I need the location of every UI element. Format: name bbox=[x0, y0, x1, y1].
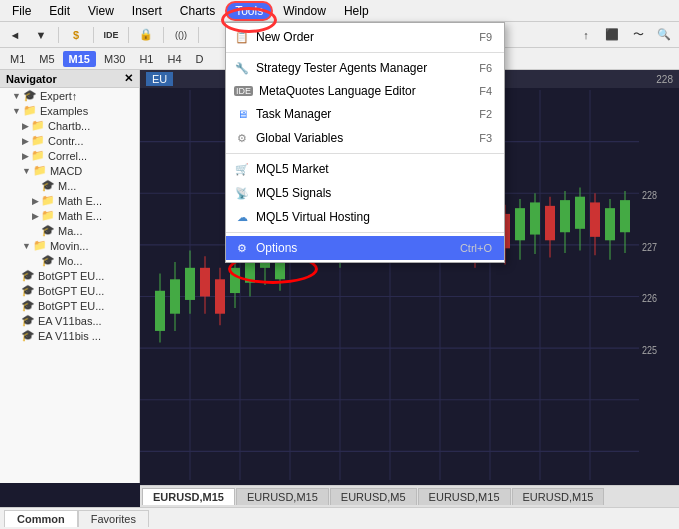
new-order-icon: 📋 bbox=[234, 29, 250, 45]
status-tab-favorites[interactable]: Favorites bbox=[78, 510, 149, 527]
navigator-title: Navigator bbox=[6, 73, 57, 85]
mql5-market-label: MQL5 Market bbox=[256, 162, 329, 176]
svg-rect-78 bbox=[605, 208, 615, 240]
menu-mql-editor[interactable]: IDE MetaQuotes Language Editor F4 bbox=[226, 80, 504, 102]
chart-tab-0[interactable]: EURUSD,M15 bbox=[142, 488, 235, 505]
toolbar-arrow-up[interactable]: ↑ bbox=[575, 25, 597, 45]
toolbar-signal[interactable]: (()) bbox=[170, 25, 192, 45]
nav-item-contr[interactable]: ▶ 📁 Contr... bbox=[0, 133, 139, 148]
sep4 bbox=[163, 27, 164, 43]
menu-options[interactable]: ⚙ Options Ctrl+O bbox=[226, 236, 504, 260]
menu-tools[interactable]: Tools bbox=[225, 1, 273, 21]
chart-tabs: EURUSD,M15 EURUSD,M15 EURUSD,M5 EURUSD,M… bbox=[140, 485, 679, 507]
toolbar-zoom[interactable]: 🔍 bbox=[653, 25, 675, 45]
toolbar-dropdown[interactable]: ▼ bbox=[30, 25, 52, 45]
period-m15[interactable]: M15 bbox=[63, 51, 96, 67]
nav-item-correl[interactable]: ▶ 📁 Correl... bbox=[0, 148, 139, 163]
status-bar: Common Favorites bbox=[0, 507, 679, 529]
period-d[interactable]: D bbox=[190, 51, 210, 67]
svg-text:228: 228 bbox=[642, 189, 657, 201]
svg-rect-28 bbox=[230, 268, 240, 293]
nav-item-ma[interactable]: ▶ 🎓 Ma... bbox=[0, 223, 139, 238]
svg-rect-72 bbox=[560, 200, 570, 232]
nav-item-chartb[interactable]: ▶ 📁 Chartb... bbox=[0, 118, 139, 133]
toolbar-line[interactable]: 〜 bbox=[627, 25, 649, 45]
toolbar-bar-chart[interactable]: ⬛ bbox=[601, 25, 623, 45]
arrow-icon: ▼ bbox=[12, 91, 21, 101]
nav-item-eav11bis[interactable]: ▶ 🎓 EA V11bis ... bbox=[0, 328, 139, 343]
chart-title-bar: EU bbox=[146, 72, 173, 86]
strategy-tester-label: Strategy Tester Agents Manager bbox=[256, 61, 427, 75]
arrow-icon: ▶ bbox=[22, 121, 29, 131]
chart-tab-4[interactable]: EURUSD,M15 bbox=[512, 488, 605, 505]
options-icon: ⚙ bbox=[234, 240, 250, 256]
arrow-icon: ▶ bbox=[32, 211, 39, 221]
navigator-header: Navigator ✕ bbox=[0, 70, 139, 88]
task-manager-icon: 🖥 bbox=[234, 106, 250, 122]
mql-editor-shortcut: F4 bbox=[479, 85, 492, 97]
menu-view[interactable]: View bbox=[80, 2, 122, 20]
menu-mql5-hosting[interactable]: ☁ MQL5 Virtual Hosting bbox=[226, 205, 504, 229]
menu-mql5-signals[interactable]: 📡 MQL5 Signals bbox=[226, 181, 504, 205]
global-variables-shortcut: F3 bbox=[479, 132, 492, 144]
menu-insert[interactable]: Insert bbox=[124, 2, 170, 20]
separator-2 bbox=[226, 153, 504, 154]
mql5-market-icon: 🛒 bbox=[234, 161, 250, 177]
sep1 bbox=[58, 27, 59, 43]
menu-task-manager[interactable]: 🖥 Task Manager F2 bbox=[226, 102, 504, 126]
menu-edit[interactable]: Edit bbox=[41, 2, 78, 20]
period-m30[interactable]: M30 bbox=[98, 51, 131, 67]
nav-item-experts[interactable]: ▼ 🎓 Expert↑ bbox=[0, 88, 139, 103]
menu-bar: File Edit View Insert Charts Tools Windo… bbox=[0, 0, 679, 22]
svg-rect-66 bbox=[515, 208, 525, 240]
menu-window[interactable]: Window bbox=[275, 2, 334, 20]
toolbar-lock[interactable]: 🔒 bbox=[135, 25, 157, 45]
arrow-icon: ▶ bbox=[22, 151, 29, 161]
period-h4[interactable]: H4 bbox=[161, 51, 187, 67]
nav-item-botgpt1[interactable]: ▶ 🎓 BotGPT EU... bbox=[0, 268, 139, 283]
navigator-close[interactable]: ✕ bbox=[124, 72, 133, 85]
chart-price-label: 228 bbox=[656, 74, 673, 85]
menu-new-order[interactable]: 📋 New Order F9 bbox=[226, 25, 504, 49]
toolbar-back[interactable]: ◄ bbox=[4, 25, 26, 45]
svg-rect-76 bbox=[590, 202, 600, 236]
strategy-tester-shortcut: F6 bbox=[479, 62, 492, 74]
period-h1[interactable]: H1 bbox=[133, 51, 159, 67]
menu-file[interactable]: File bbox=[4, 2, 39, 20]
chart-tab-1[interactable]: EURUSD,M15 bbox=[236, 488, 329, 505]
menu-mql5-market[interactable]: 🛒 MQL5 Market bbox=[226, 157, 504, 181]
menu-charts[interactable]: Charts bbox=[172, 2, 223, 20]
new-order-shortcut: F9 bbox=[479, 31, 492, 43]
task-manager-label: Task Manager bbox=[256, 107, 331, 121]
nav-item-movin[interactable]: ▼ 📁 Movin... bbox=[0, 238, 139, 253]
nav-item-mathe1[interactable]: ▶ 📁 Math E... bbox=[0, 193, 139, 208]
chart-tab-3[interactable]: EURUSD,M15 bbox=[418, 488, 511, 505]
nav-item-botgpt2[interactable]: ▶ 🎓 BotGPT EU... bbox=[0, 283, 139, 298]
nav-item-botgpt3[interactable]: ▶ 🎓 BotGPT EU... bbox=[0, 298, 139, 313]
nav-item-eav11bas[interactable]: ▶ 🎓 EA V11bas... bbox=[0, 313, 139, 328]
nav-item-mo[interactable]: ▶ 🎓 Mo... bbox=[0, 253, 139, 268]
nav-item-macd[interactable]: ▼ 📁 MACD bbox=[0, 163, 139, 178]
svg-rect-70 bbox=[545, 206, 555, 240]
task-manager-shortcut: F2 bbox=[479, 108, 492, 120]
svg-rect-80 bbox=[620, 200, 630, 232]
svg-rect-24 bbox=[200, 268, 210, 297]
ide-badge: IDE bbox=[234, 86, 253, 96]
new-order-label: New Order bbox=[256, 30, 314, 44]
menu-strategy-tester[interactable]: 🔧 Strategy Tester Agents Manager F6 bbox=[226, 56, 504, 80]
svg-rect-26 bbox=[215, 279, 225, 313]
menu-global-variables[interactable]: ⚙ Global Variables F3 bbox=[226, 126, 504, 150]
status-tab-common[interactable]: Common bbox=[4, 510, 78, 527]
period-m5[interactable]: M5 bbox=[33, 51, 60, 67]
nav-item-m1[interactable]: ▶ 🎓 M... bbox=[0, 178, 139, 193]
nav-item-mathe2[interactable]: ▶ 📁 Math E... bbox=[0, 208, 139, 223]
period-m1[interactable]: M1 bbox=[4, 51, 31, 67]
chart-tab-2[interactable]: EURUSD,M5 bbox=[330, 488, 417, 505]
nav-item-examples[interactable]: ▼ 📁 Examples bbox=[0, 103, 139, 118]
menu-help[interactable]: Help bbox=[336, 2, 377, 20]
toolbar-ide[interactable]: IDE bbox=[100, 25, 122, 45]
arrow-icon: ▶ bbox=[22, 136, 29, 146]
sep3 bbox=[128, 27, 129, 43]
svg-text:227: 227 bbox=[642, 241, 657, 253]
toolbar-dollar[interactable]: $ bbox=[65, 25, 87, 45]
